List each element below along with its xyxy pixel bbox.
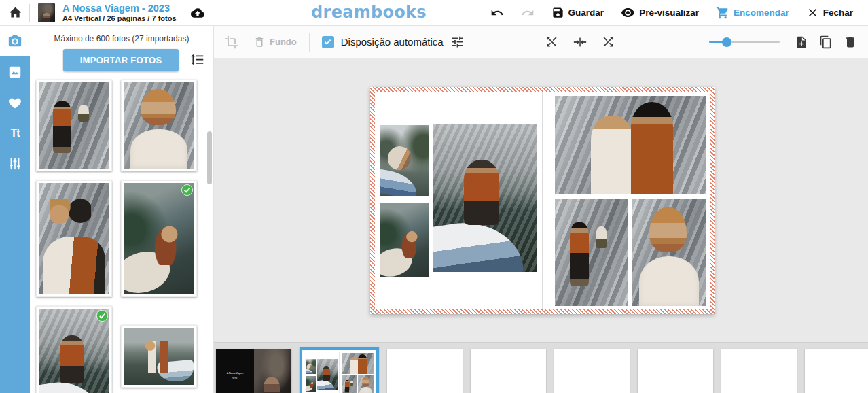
undo-button[interactable] <box>486 3 508 22</box>
save-icon <box>551 6 564 19</box>
panel-scrollbar-thumb[interactable] <box>207 131 212 184</box>
sidebar-tab-layouts[interactable] <box>0 56 30 87</box>
cloud-sync-icon[interactable] <box>189 6 206 20</box>
sidebar-tab-settings[interactable] <box>0 148 30 179</box>
zoom-slider-thumb[interactable] <box>722 37 731 47</box>
cart-icon <box>716 6 729 20</box>
sidebar-rail: Tt <box>0 26 30 393</box>
add-page-icon[interactable] <box>795 35 808 49</box>
canvas <box>214 58 868 342</box>
import-photos-button[interactable]: IMPORTAR FOTOS <box>63 49 179 71</box>
library-actions: IMPORTAR FOTOS <box>63 49 213 71</box>
auto-layout-label: Disposição automática <box>341 36 444 48</box>
swap-photos-icon[interactable] <box>545 35 559 49</box>
undo-icon <box>490 6 504 20</box>
mini-photo-rocks-man <box>342 375 357 393</box>
auto-layout-checkbox[interactable] <box>322 36 334 48</box>
photo-woman-hat <box>124 82 194 169</box>
book-cover-thumbnail <box>38 3 55 22</box>
project-title: A Nossa Viagem - 2023 <box>62 3 177 14</box>
filmstrip-blank-page[interactable] <box>554 349 630 393</box>
project-subtitle: A4 Vertical / 26 páginas / 7 fotos <box>62 14 177 23</box>
cover-photo <box>254 349 292 393</box>
photo-card-boat-man[interactable] <box>36 306 112 393</box>
filmstrip-blank-page[interactable] <box>387 349 463 393</box>
crop-icon[interactable] <box>225 35 238 49</box>
sidebar-tab-text[interactable]: Tt <box>0 118 30 148</box>
photo-limit-note: Máximo de 600 fotos (27 importadas) <box>30 34 213 44</box>
camera-icon <box>7 34 22 49</box>
mini-page-left <box>304 352 340 393</box>
shuffle-layout-icon[interactable] <box>601 35 615 49</box>
heart-icon <box>7 95 22 110</box>
eye-icon <box>621 5 635 20</box>
save-button[interactable]: Guardar <box>547 3 609 22</box>
header-divider <box>29 4 30 22</box>
toolbar-divider <box>309 33 310 52</box>
photo-library-panel: Máximo de 600 fotos (27 importadas) IMPO… <box>30 26 214 393</box>
main-area: Tt Máximo de 600 fotos (27 importadas) I… <box>0 26 868 393</box>
photo-lake-woman[interactable] <box>380 203 429 277</box>
redo-icon <box>521 6 535 20</box>
order-button[interactable]: Encomendar <box>712 3 793 22</box>
layout-tools <box>545 35 615 50</box>
photo-card-woman-hat[interactable] <box>121 80 197 171</box>
text-icon: Tt <box>10 127 19 139</box>
photo-selfie-couple <box>39 183 109 294</box>
background-button[interactable]: Fundo <box>253 36 297 48</box>
photo-woman-hat[interactable] <box>632 199 706 306</box>
redo-button[interactable] <box>517 3 539 22</box>
delete-pages-icon[interactable] <box>844 35 857 49</box>
photo-rocks-man[interactable] <box>555 199 628 306</box>
trash-outline-icon <box>253 36 266 48</box>
photo-boat-man[interactable] <box>433 124 537 272</box>
close-icon <box>806 6 819 19</box>
preview-button[interactable]: Pré-visualizar <box>617 3 703 22</box>
mini-photo-woman-in-boat <box>306 359 316 374</box>
header: A Nossa Viagem - 2023 A4 Vertical / 26 p… <box>0 0 868 26</box>
filmstrip-blank-page[interactable] <box>471 349 546 393</box>
images-icon <box>7 65 22 80</box>
zoom-controls <box>709 41 780 43</box>
photo-card-boat-couple[interactable] <box>121 325 197 388</box>
work-area: Fundo Disposição automática <box>214 26 868 393</box>
book-spread <box>370 87 715 314</box>
mini-spread <box>304 352 374 393</box>
photo-card-selfie-couple[interactable] <box>36 180 112 297</box>
right-page[interactable] <box>543 92 710 309</box>
sidebar-tab-photos[interactable] <box>0 26 30 56</box>
close-button[interactable]: Fechar <box>802 3 857 22</box>
dreambooks-logo: dreambooks <box>311 3 427 22</box>
photo-grid <box>36 80 213 393</box>
filmstrip-current-spread[interactable] <box>300 347 379 393</box>
filmstrip-cover-thumb[interactable]: A Nossa Viagem- 2023 - <box>216 349 291 393</box>
merge-pages-icon[interactable] <box>573 35 587 50</box>
mini-page-right <box>340 352 374 393</box>
photo-column-1 <box>36 80 112 393</box>
filmstrip-blank-page[interactable] <box>805 349 868 393</box>
auto-layout-settings-icon[interactable] <box>450 35 465 49</box>
mini-photo-lake-woman <box>306 376 316 392</box>
photo-woman-in-boat[interactable] <box>380 125 429 196</box>
left-page[interactable] <box>375 92 543 309</box>
photo-card-rocks-man[interactable] <box>36 80 112 171</box>
mini-photo-couple-portrait <box>342 353 374 374</box>
photo-rocks-man <box>39 82 109 169</box>
filmstrip-blank-page[interactable] <box>721 349 797 393</box>
canvas-toolbar: Fundo Disposição automática <box>214 26 868 58</box>
adjustments-icon <box>7 156 22 171</box>
mini-photo-boat-man <box>317 359 338 390</box>
photo-card-lake-woman[interactable] <box>121 180 197 297</box>
spread-pages <box>375 92 710 309</box>
copy-pages-icon[interactable] <box>819 35 833 49</box>
background-label: Fundo <box>270 37 297 47</box>
sort-photos-icon[interactable] <box>190 52 204 69</box>
zoom-slider-track[interactable] <box>709 41 780 43</box>
used-check-badge <box>181 184 193 196</box>
save-label: Guardar <box>568 7 604 18</box>
sidebar-tab-favorites[interactable] <box>0 87 30 118</box>
home-icon[interactable] <box>8 5 22 20</box>
close-label: Fechar <box>823 7 853 18</box>
filmstrip-blank-page[interactable] <box>638 349 713 393</box>
photo-couple-portrait[interactable] <box>555 96 706 194</box>
